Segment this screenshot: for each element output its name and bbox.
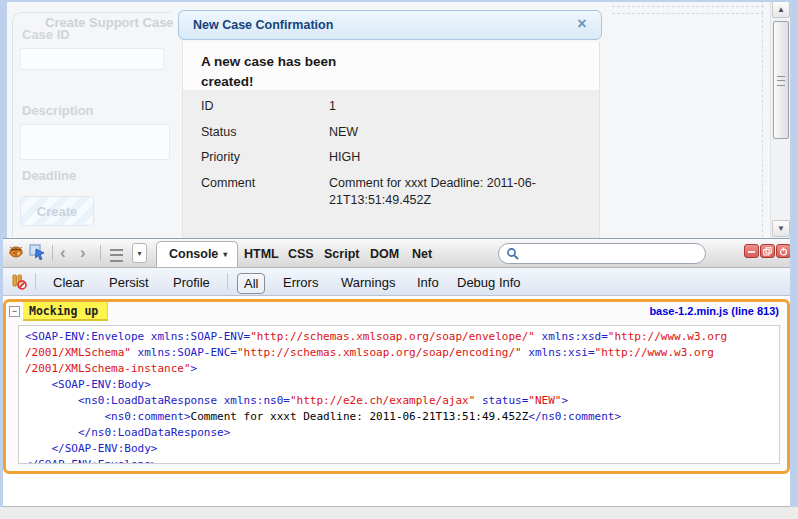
console-panel: − Mocking up base-1.2.min.js (line 813) …: [0, 296, 798, 507]
scroll-down-button[interactable]: ▼: [772, 220, 790, 237]
page-scrollbar[interactable]: ▲ ▼: [770, 0, 791, 238]
row-label: Status: [201, 124, 329, 142]
row-value: NEW: [329, 124, 585, 142]
scrollbar-thumb[interactable]: [773, 21, 789, 139]
description-label: Description: [22, 103, 94, 118]
tab-console[interactable]: Console▾: [156, 241, 238, 267]
dialog-message: A new case has been created!: [201, 52, 371, 91]
console-group: − Mocking up base-1.2.min.js (line 813) …: [3, 299, 790, 474]
filter-debug-info[interactable]: Debug Info: [451, 273, 527, 292]
page-area: Create Support Case Case ID Description …: [0, 0, 798, 238]
collapse-icon[interactable]: −: [9, 306, 20, 317]
window-edge: [0, 0, 798, 2]
row-value: 1: [329, 98, 585, 116]
firebug-tabbar: ‹ › ▾ Console▾ HTML CSS Script DOM Net: [0, 238, 798, 268]
filter-warnings[interactable]: Warnings: [335, 273, 401, 292]
dialog-row-comment: Comment Comment for xxxt Deadline: 2011-…: [183, 171, 599, 214]
firebug-filterbar: Clear Persist Profile All Errors Warning…: [3, 268, 798, 296]
forward-icon[interactable]: ›: [80, 240, 86, 266]
filter-clear[interactable]: Clear: [47, 273, 90, 292]
chevron-down-icon: ▾: [223, 250, 227, 259]
window-edge: [790, 0, 798, 507]
dialog-row-id: ID 1: [183, 94, 599, 120]
console-xml: <SOAP-ENV:Envelope xmlns:SOAP-ENV="http:…: [18, 325, 780, 464]
minimize-button[interactable]: [744, 244, 759, 258]
scrollbar-grip-icon: [777, 76, 785, 86]
row-label: Priority: [201, 149, 329, 167]
filter-info[interactable]: Info: [411, 273, 445, 292]
toolbar-separator: [52, 245, 53, 261]
create-button: Create: [20, 196, 94, 226]
dialog-row-status: Status NEW: [183, 120, 599, 146]
search-box: [498, 243, 706, 264]
console-group-label: Mocking up: [23, 302, 108, 321]
window-edge: [0, 0, 7, 238]
dialog-title: New Case Confirmation: [193, 18, 333, 32]
filter-persist[interactable]: Persist: [103, 273, 155, 292]
inspect-element-icon[interactable]: [28, 243, 46, 261]
tab-dom[interactable]: DOM: [364, 244, 405, 264]
case-id-input: [20, 48, 164, 70]
toolbar-separator: [100, 245, 101, 261]
source-link[interactable]: base-1.2.min.js (line 813): [649, 305, 779, 317]
dialog-rows: ID 1 Status NEW Priority HIGH Comment Co…: [183, 90, 599, 238]
toolbar-separator: [35, 273, 36, 290]
window-edge: [0, 238, 3, 507]
description-input: [20, 124, 170, 160]
detach-icon: [763, 247, 772, 256]
row-value: HIGH: [329, 149, 585, 167]
filter-profile[interactable]: Profile: [167, 273, 216, 292]
tab-css-label: CSS: [288, 247, 314, 261]
masked-border-line: [612, 13, 764, 14]
scroll-down-icon: ▼: [777, 224, 785, 233]
minimize-icon: [747, 247, 756, 256]
tab-script-label: Script: [324, 247, 359, 261]
tab-html[interactable]: HTML: [238, 244, 285, 264]
dialog-body: A new case has been created! ID 1 Status…: [182, 42, 600, 238]
command-list-icon[interactable]: [110, 249, 123, 262]
tab-html-label: HTML: [244, 247, 279, 261]
scroll-up-button[interactable]: ▲: [772, 1, 790, 18]
row-value: Comment for xxxt Deadline: 2011-06-21T13…: [329, 175, 585, 210]
filter-all[interactable]: All: [237, 273, 265, 294]
scroll-up-icon: ▲: [777, 5, 785, 14]
dialog-close-icon[interactable]: ×: [573, 15, 591, 33]
browser-window: Create Support Case Case ID Description …: [0, 0, 798, 519]
case-id-label: Case ID: [22, 27, 70, 42]
statusbar: [0, 507, 798, 519]
firebug-bug-icon[interactable]: [7, 243, 25, 261]
power-icon: [779, 247, 788, 256]
dialog-row-priority: Priority HIGH: [183, 145, 599, 171]
filter-errors[interactable]: Errors: [277, 273, 324, 292]
detach-button[interactable]: [760, 244, 775, 258]
dialog-header: New Case Confirmation ×: [178, 10, 602, 40]
tab-css[interactable]: CSS: [282, 244, 320, 264]
masked-border-line: [762, 0, 763, 237]
row-label: ID: [201, 98, 329, 116]
tab-console-label: Console: [169, 247, 218, 261]
tab-net[interactable]: Net: [406, 244, 438, 264]
search-icon: [506, 247, 520, 261]
tab-dom-label: DOM: [370, 247, 399, 261]
tab-net-label: Net: [412, 247, 432, 261]
create-button-label: Create: [37, 204, 77, 219]
close-firebug-button[interactable]: [776, 244, 791, 258]
toolbar-separator: [227, 273, 228, 290]
search-input[interactable]: [525, 245, 701, 264]
row-label: Comment: [201, 175, 329, 210]
options-menu-button[interactable]: ▾: [132, 243, 147, 263]
disable-console-icon[interactable]: [11, 274, 27, 290]
tab-script[interactable]: Script: [318, 244, 365, 264]
back-icon[interactable]: ‹: [60, 240, 66, 266]
deadline-label: Deadline: [22, 168, 76, 183]
chevron-down-icon: ▾: [137, 249, 141, 258]
masked-border-line: [612, 6, 764, 7]
